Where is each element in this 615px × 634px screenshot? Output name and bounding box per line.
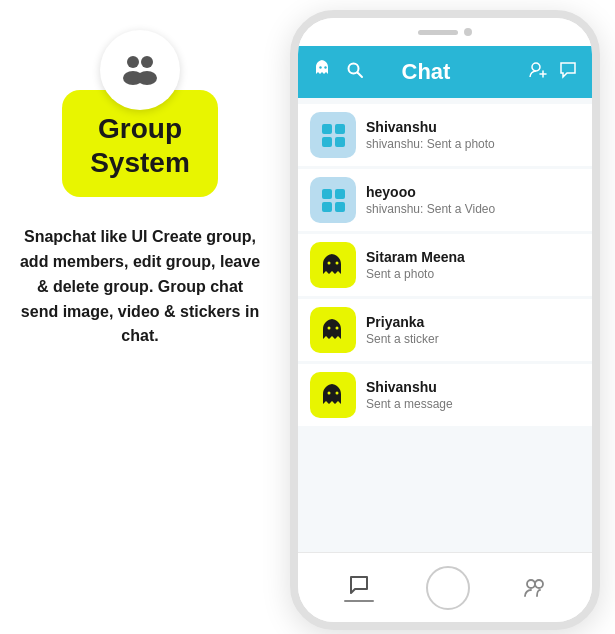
avatar xyxy=(310,177,356,223)
camera-circle-icon xyxy=(426,566,470,610)
chat-item[interactable]: heyooo shivanshu: Sent a Video xyxy=(298,169,592,231)
chat-preview: shivanshu: Sent a photo xyxy=(366,137,580,151)
chat-name: Priyanka xyxy=(366,314,580,330)
chat-item[interactable]: Shivanshu shivanshu: Sent a photo xyxy=(298,104,592,166)
svg-point-11 xyxy=(328,262,331,265)
nav-item-chat[interactable] xyxy=(344,573,374,602)
page-title: Group System xyxy=(90,112,190,179)
chat-list: Shivanshu shivanshu: Sent a photo heyooo xyxy=(298,98,592,552)
chat-info: Shivanshu Sent a message xyxy=(366,379,580,411)
description-text: Snapchat like UI Create group, add membe… xyxy=(0,225,280,349)
chat-nav-icon xyxy=(347,573,371,597)
chat-preview: Sent a sticker xyxy=(366,332,580,346)
svg-point-13 xyxy=(328,327,331,330)
chat-info: heyooo shivanshu: Sent a Video xyxy=(366,184,580,216)
phone-frame: Chat xyxy=(290,10,600,630)
contacts-nav-icon xyxy=(522,576,546,600)
phone-wrapper: Chat xyxy=(290,10,600,630)
svg-point-18 xyxy=(535,580,543,588)
svg-point-3 xyxy=(137,71,157,85)
nav-active-indicator xyxy=(344,600,374,602)
chat-info: Sitaram Meena Sent a photo xyxy=(366,249,580,281)
ghost-header-icon xyxy=(312,58,334,86)
phone-bottom-nav xyxy=(298,552,592,622)
chat-name: Shivanshu xyxy=(366,379,580,395)
header-icons-right xyxy=(528,60,578,85)
avatar xyxy=(310,372,356,418)
avatar xyxy=(310,112,356,158)
svg-point-15 xyxy=(328,392,331,395)
left-section: Group System Snapchat like UI Create gro… xyxy=(0,0,280,634)
avatar xyxy=(310,242,356,288)
add-friend-icon[interactable] xyxy=(528,60,548,85)
chat-item[interactable]: Shivanshu Sent a message xyxy=(298,364,592,426)
chat-header: Chat xyxy=(298,46,592,98)
phone-speaker xyxy=(418,30,458,35)
group-icon-circle xyxy=(100,30,180,110)
svg-point-17 xyxy=(527,580,535,588)
chat-name: Sitaram Meena xyxy=(366,249,580,265)
svg-point-1 xyxy=(141,56,153,68)
nav-item-contacts[interactable] xyxy=(522,576,546,600)
chat-info: Priyanka Sent a sticker xyxy=(366,314,580,346)
chat-item[interactable]: Priyanka Sent a sticker xyxy=(298,299,592,361)
svg-point-4 xyxy=(319,66,321,68)
svg-point-5 xyxy=(324,66,326,68)
chat-info: Shivanshu shivanshu: Sent a photo xyxy=(366,119,580,151)
phone-top-bar xyxy=(298,18,592,46)
svg-point-0 xyxy=(127,56,139,68)
new-chat-icon[interactable] xyxy=(558,60,578,85)
chat-header-title: Chat xyxy=(336,59,516,85)
avatar xyxy=(310,307,356,353)
svg-point-14 xyxy=(336,327,339,330)
chat-preview: shivanshu: Sent a Video xyxy=(366,202,580,216)
chat-preview: Sent a photo xyxy=(366,267,580,281)
phone-camera xyxy=(464,28,472,36)
nav-item-circle[interactable] xyxy=(426,566,470,610)
chat-name: heyooo xyxy=(366,184,580,200)
chat-preview: Sent a message xyxy=(366,397,580,411)
chat-item[interactable]: Sitaram Meena Sent a photo xyxy=(298,234,592,296)
group-people-icon xyxy=(118,48,162,92)
svg-point-16 xyxy=(336,392,339,395)
svg-point-12 xyxy=(336,262,339,265)
chat-name: Shivanshu xyxy=(366,119,580,135)
svg-point-8 xyxy=(532,63,540,71)
